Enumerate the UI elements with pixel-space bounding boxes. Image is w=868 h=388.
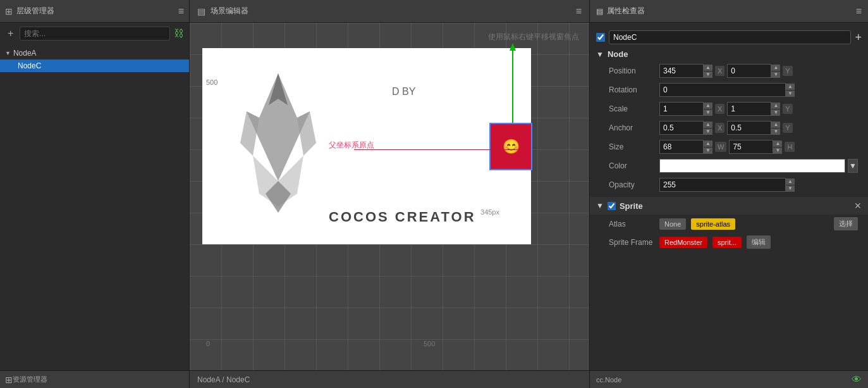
scale-x-up[interactable]: ▲ bbox=[704, 103, 712, 109]
tree-node-nodeC[interactable]: NodeC bbox=[0, 59, 189, 72]
opacity-up[interactable]: ▲ bbox=[786, 178, 795, 185]
nodeA-label: NodeA bbox=[13, 49, 37, 58]
position-y-up[interactable]: ▲ bbox=[771, 65, 780, 71]
anchor-y-input[interactable] bbox=[727, 121, 771, 135]
node-section-header[interactable]: ▼ Node bbox=[590, 47, 868, 61]
scale-input-group: ▲ ▼ X ▲ ▼ Y bbox=[659, 102, 858, 116]
rotation-value-group: ▲ ▼ bbox=[659, 83, 795, 97]
anchor-x-input[interactable] bbox=[659, 121, 704, 135]
link-icon: ⛓ bbox=[174, 28, 184, 39]
rotation-input[interactable] bbox=[659, 83, 786, 97]
atlas-label: Atlas bbox=[609, 220, 654, 228]
hierarchy-title: 层级管理器 bbox=[16, 6, 54, 16]
atlas-atlas-button[interactable]: sprite-atlas bbox=[691, 218, 735, 230]
nodeC-label: NodeC bbox=[18, 61, 41, 70]
hierarchy-header-left: ⊞ 层级管理器 bbox=[5, 6, 54, 16]
assassin-logo bbox=[228, 67, 329, 219]
opacity-label: Opacity bbox=[609, 180, 654, 189]
property-inspector-panel: ▤ 属性检查器 ≡ + ▼ Node Position ▲ ▼ bbox=[590, 0, 868, 388]
position-x-label: X bbox=[715, 66, 724, 76]
rotation-up[interactable]: ▲ bbox=[786, 84, 795, 90]
position-x-up[interactable]: ▲ bbox=[704, 65, 712, 71]
breadcrumb: NodeA / NodeC bbox=[197, 375, 250, 384]
color-label: Color bbox=[609, 161, 654, 170]
anchor-input-group: ▲ ▼ X ▲ ▼ Y bbox=[659, 121, 858, 135]
position-y-down[interactable]: ▼ bbox=[771, 72, 780, 78]
anchor-y-up[interactable]: ▲ bbox=[771, 122, 780, 128]
node-name-input[interactable] bbox=[609, 30, 851, 44]
assets-icon: ⊞ bbox=[5, 375, 13, 385]
scale-y-down[interactable]: ▼ bbox=[771, 110, 780, 116]
scale-x-down[interactable]: ▼ bbox=[704, 110, 712, 116]
rotation-label: Rotation bbox=[609, 85, 654, 94]
scale-x-group: ▲ ▼ bbox=[659, 102, 712, 116]
scale-y-input[interactable] bbox=[727, 102, 771, 116]
position-y-label: Y bbox=[783, 66, 792, 76]
prop-menu-icon[interactable]: ≡ bbox=[856, 6, 862, 17]
anchor-y-down[interactable]: ▼ bbox=[771, 128, 780, 135]
node-name-row: + bbox=[590, 28, 868, 47]
eye-icon[interactable]: 👁 bbox=[852, 374, 862, 385]
scene-canvas[interactable]: 使用鼠标右键平移视窗焦点 COCOS CREATOR D BY 父坐标系原点 bbox=[190, 23, 589, 370]
anchor-x-up[interactable]: ▲ bbox=[704, 122, 712, 128]
size-w-up[interactable]: ▲ bbox=[704, 141, 712, 147]
position-row: Position ▲ ▼ X ▲ ▼ Y bbox=[590, 61, 868, 80]
prop-header: ▤ 属性检查器 ≡ bbox=[590, 0, 868, 23]
size-h-group: ▲ ▼ bbox=[729, 140, 782, 154]
sprite-section-title: Sprite bbox=[620, 201, 643, 211]
sprite-frame-name-button[interactable]: RedMonster bbox=[659, 237, 707, 248]
add-node-button[interactable]: + bbox=[5, 27, 16, 41]
rotation-spin: ▲ ▼ bbox=[786, 84, 795, 97]
size-h-input[interactable] bbox=[729, 140, 773, 154]
hierarchy-icon: ⊞ bbox=[5, 6, 13, 16]
label-0-bottom: 0 bbox=[206, 340, 210, 347]
color-dropdown-arrow[interactable]: ▼ bbox=[848, 159, 858, 173]
scale-y-spin: ▲ ▼ bbox=[771, 103, 780, 116]
powered-by-text: D BY bbox=[392, 86, 415, 97]
opacity-input[interactable] bbox=[659, 178, 786, 192]
size-w-input[interactable] bbox=[659, 140, 704, 154]
sprite-frame-tag-button[interactable]: sprit... bbox=[712, 237, 742, 248]
position-x-input[interactable] bbox=[659, 64, 704, 78]
sprite-frame-edit-button[interactable]: 编辑 bbox=[747, 235, 771, 249]
scale-y-up[interactable]: ▲ bbox=[771, 103, 780, 109]
scene-menu-icon[interactable]: ≡ bbox=[576, 6, 582, 17]
add-component-button[interactable]: + bbox=[855, 31, 862, 44]
rotation-down[interactable]: ▼ bbox=[786, 91, 795, 97]
opacity-input-group: ▲ ▼ bbox=[659, 178, 858, 192]
hierarchy-menu-icon[interactable]: ≡ bbox=[178, 6, 184, 17]
anchor-y-label: Y bbox=[783, 123, 792, 133]
size-h-down[interactable]: ▼ bbox=[773, 147, 782, 154]
atlas-none-button[interactable]: None bbox=[659, 218, 686, 230]
scene-header: ▤ 场景编辑器 ≡ bbox=[190, 0, 589, 23]
position-x-down[interactable]: ▼ bbox=[704, 72, 712, 78]
sprite-node[interactable]: 😊 bbox=[489, 123, 532, 170]
opacity-down[interactable]: ▼ bbox=[786, 185, 795, 192]
sprite-active-checkbox[interactable] bbox=[608, 202, 616, 210]
color-swatch[interactable] bbox=[659, 159, 845, 173]
anchor-x-group: ▲ ▼ bbox=[659, 121, 712, 135]
anchor-x-down[interactable]: ▼ bbox=[704, 128, 712, 135]
sprite-close-button[interactable]: ✕ bbox=[854, 201, 862, 211]
atlas-select-button[interactable]: 选择 bbox=[834, 217, 858, 230]
sprite-emoji: 😊 bbox=[503, 139, 520, 155]
scale-y-group: ▲ ▼ bbox=[727, 102, 780, 116]
size-w-down[interactable]: ▼ bbox=[704, 147, 712, 154]
search-input[interactable] bbox=[20, 27, 170, 41]
sprite-section-header[interactable]: ▼ Sprite ✕ bbox=[590, 197, 868, 215]
node-section-title: Node bbox=[608, 49, 628, 59]
scene-title-area: ▤ 场景编辑器 bbox=[197, 6, 248, 16]
label-500-bottom: 500 bbox=[424, 340, 435, 347]
anchor-y-spin: ▲ ▼ bbox=[771, 122, 780, 135]
position-y-input[interactable] bbox=[727, 64, 771, 78]
hierarchy-panel: ⊞ 层级管理器 ≡ + ⛓ ▼ NodeA NodeC ⊞ 资源管理器 bbox=[0, 0, 190, 388]
cocos-logo-text: COCOS CREATOR bbox=[329, 209, 476, 225]
scale-x-input[interactable] bbox=[659, 102, 704, 116]
size-h-up[interactable]: ▲ bbox=[773, 141, 782, 147]
sprite-triangle: ▼ bbox=[596, 201, 604, 210]
x-axis-line bbox=[354, 149, 531, 150]
rotation-input-group: ▲ ▼ bbox=[659, 83, 858, 97]
tree-node-nodeA[interactable]: ▼ NodeA bbox=[0, 47, 189, 59]
position-label: Position bbox=[609, 66, 654, 75]
node-active-checkbox[interactable] bbox=[596, 33, 605, 42]
